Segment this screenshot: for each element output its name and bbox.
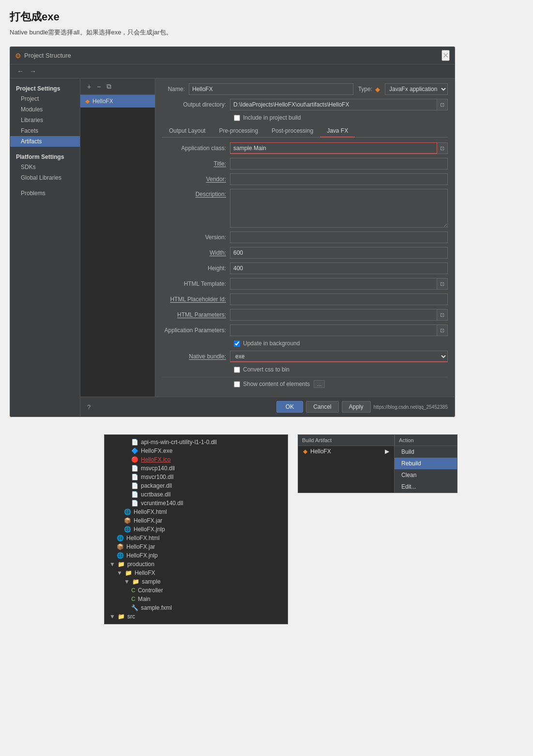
sidebar-item-facets[interactable]: Facets bbox=[10, 125, 80, 136]
application-parameters-group: ⊡ bbox=[230, 324, 448, 336]
dialog-title-left: ⚙ Project Structure bbox=[15, 52, 71, 60]
action-rebuild[interactable]: Rebuild bbox=[395, 458, 457, 469]
main-content: + − ⧉ ◆ HelloFX bbox=[80, 78, 455, 417]
width-label: Width: bbox=[162, 249, 230, 256]
artifact-toolbar: + − ⧉ bbox=[80, 78, 155, 95]
application-parameters-input[interactable] bbox=[230, 324, 437, 336]
jnlp-icon-1: 🌐 bbox=[124, 526, 131, 533]
sidebar-item-global-libraries[interactable]: Global Libraries bbox=[10, 172, 80, 183]
include-project-build-label: Include in project build bbox=[243, 114, 301, 121]
sidebar-item-sdks[interactable]: SDKs bbox=[10, 162, 80, 172]
name-input[interactable] bbox=[189, 83, 353, 95]
tree-item-exe[interactable]: 🔷 HelloFX.exe bbox=[105, 447, 288, 455]
include-project-build-checkbox[interactable] bbox=[234, 115, 240, 121]
action-clean[interactable]: Clean bbox=[395, 469, 457, 481]
application-parameters-row: Application Parameters: ⊡ bbox=[162, 324, 448, 336]
tree-label-production: production bbox=[127, 561, 154, 568]
height-input[interactable] bbox=[230, 262, 448, 274]
apply-button[interactable]: Apply bbox=[342, 401, 371, 413]
tree-label-exe: HelloFX.exe bbox=[141, 447, 172, 454]
action-edit[interactable]: Edit... bbox=[395, 481, 457, 493]
description-input[interactable] bbox=[230, 189, 448, 228]
title-row: Title: bbox=[162, 158, 448, 170]
sidebar-item-artifacts[interactable]: Artifacts bbox=[10, 136, 80, 147]
html-template-input[interactable] bbox=[230, 278, 437, 290]
name-label: Name: bbox=[162, 86, 189, 93]
dialog-close-button[interactable]: ✕ bbox=[442, 50, 450, 61]
vendor-input[interactable] bbox=[230, 173, 448, 185]
project-structure-dialog: ⚙ Project Structure ✕ ← → Project Settin… bbox=[10, 46, 455, 417]
html-parameters-input[interactable] bbox=[230, 309, 437, 321]
tree-label-hellofx-folder: HelloFX bbox=[135, 570, 155, 576]
build-artifact-header-label: Build Artifact bbox=[302, 437, 332, 443]
folder-icon-hellofx: 📁 bbox=[125, 570, 132, 576]
convert-css-checkbox[interactable] bbox=[234, 367, 240, 373]
sidebar-item-libraries[interactable]: Libraries bbox=[10, 115, 80, 125]
ok-button[interactable]: OK bbox=[276, 401, 303, 413]
tree-item-src[interactable]: ▼ 📁 src bbox=[105, 612, 288, 621]
output-dir-browse-button[interactable]: ⊡ bbox=[437, 99, 448, 110]
html-icon-1: 🌐 bbox=[124, 509, 131, 515]
tree-label-msvcp: msvcp140.dll bbox=[141, 465, 175, 472]
tab-post-processing[interactable]: Post-processing bbox=[265, 125, 320, 138]
output-dir-input[interactable] bbox=[230, 99, 437, 110]
description-row: Description: bbox=[162, 189, 448, 228]
nav-back-button[interactable]: ← bbox=[15, 66, 26, 76]
description-label: Description: bbox=[162, 191, 230, 198]
output-dir-row: Output directory: ⊡ bbox=[162, 99, 448, 110]
exe-icon: 🔷 bbox=[131, 447, 138, 454]
tab-output-layout[interactable]: Output Layout bbox=[162, 125, 212, 138]
artifact-list-item-hellofx[interactable]: ◆ HelloFX bbox=[80, 95, 155, 108]
tree-label-vcruntime: vcruntime140.dll bbox=[141, 500, 183, 507]
tree-item-hellofx-folder[interactable]: ▼ 📁 HelloFX bbox=[105, 569, 288, 577]
tree-item-ico[interactable]: 🔴 HelloFX.ico bbox=[105, 455, 288, 464]
tree-label-msvcr: msvcr100.dll bbox=[141, 474, 173, 480]
tree-item-production[interactable]: ▼ 📁 production bbox=[105, 560, 288, 569]
bottom-section: 📄 api-ms-win-crt-utility-l1-1-0.dll 🔷 He… bbox=[10, 427, 523, 624]
nav-forward-button[interactable]: → bbox=[28, 66, 38, 76]
native-bundle-select[interactable]: exe all none deb rpm msi dmg bbox=[230, 351, 448, 362]
sidebar-item-modules[interactable]: Modules bbox=[10, 104, 80, 115]
include-project-build-row: Include in project build bbox=[162, 114, 448, 121]
sidebar: Project Settings Project Modules Librari… bbox=[10, 78, 80, 417]
add-artifact-button[interactable]: + bbox=[85, 82, 93, 92]
help-icon[interactable]: ? bbox=[87, 403, 91, 411]
tree-item-dll1: 📄 api-ms-win-crt-utility-l1-1-0.dll bbox=[105, 438, 288, 447]
cancel-button[interactable]: Cancel bbox=[306, 401, 338, 413]
convert-css-label: Convert css to bin bbox=[243, 366, 289, 373]
application-parameters-browse-button[interactable]: ⊡ bbox=[437, 324, 448, 336]
tree-label-jar2: HelloFX.jar bbox=[126, 543, 155, 550]
action-build[interactable]: Build bbox=[395, 446, 457, 458]
convert-css-row: Convert css to bin bbox=[162, 366, 448, 373]
width-row: Width: bbox=[162, 247, 448, 259]
type-select[interactable]: JavaFx application bbox=[385, 83, 448, 95]
sidebar-item-problems[interactable]: Problems bbox=[10, 188, 80, 199]
html-placeholder-input[interactable] bbox=[230, 293, 448, 305]
project-structure-icon: ⚙ bbox=[15, 52, 21, 60]
update-background-checkbox[interactable] bbox=[234, 340, 240, 347]
file-tree-section: 📄 api-ms-win-crt-utility-l1-1-0.dll 🔷 He… bbox=[104, 434, 288, 624]
tab-pre-processing[interactable]: Pre-processing bbox=[212, 125, 265, 138]
application-class-input[interactable] bbox=[230, 142, 437, 154]
application-parameters-label: Application Parameters: bbox=[162, 327, 230, 334]
tree-item-controller: C Controller bbox=[105, 586, 288, 595]
sidebar-item-project[interactable]: Project bbox=[10, 93, 80, 104]
remove-artifact-button[interactable]: − bbox=[95, 82, 103, 92]
build-artifact-item[interactable]: ◆ HelloFX ▶ bbox=[298, 446, 394, 457]
tree-label-html2: HelloFX.html bbox=[126, 535, 160, 541]
title-input[interactable] bbox=[230, 158, 448, 170]
folder-icon-production: 📁 bbox=[118, 561, 125, 568]
version-input[interactable] bbox=[230, 231, 448, 243]
show-content-checkbox[interactable] bbox=[234, 381, 240, 387]
tree-item-sample-folder[interactable]: ▼ 📁 sample bbox=[105, 577, 288, 586]
application-class-browse-button[interactable]: ⊡ bbox=[437, 142, 448, 154]
copy-artifact-button[interactable]: ⧉ bbox=[105, 81, 113, 92]
action-header-label: Action bbox=[399, 437, 414, 443]
html-template-browse-button[interactable]: ⊡ bbox=[437, 278, 448, 290]
html-parameters-browse-button[interactable]: ⊡ bbox=[437, 309, 448, 321]
width-input[interactable] bbox=[230, 247, 448, 259]
tab-java-fx[interactable]: Java FX bbox=[320, 125, 355, 138]
show-content-browse-button[interactable]: ... bbox=[314, 380, 325, 388]
tree-item-main: C Main bbox=[105, 595, 288, 603]
tree-label-jnlp1: HelloFX.jnlp bbox=[134, 526, 165, 533]
